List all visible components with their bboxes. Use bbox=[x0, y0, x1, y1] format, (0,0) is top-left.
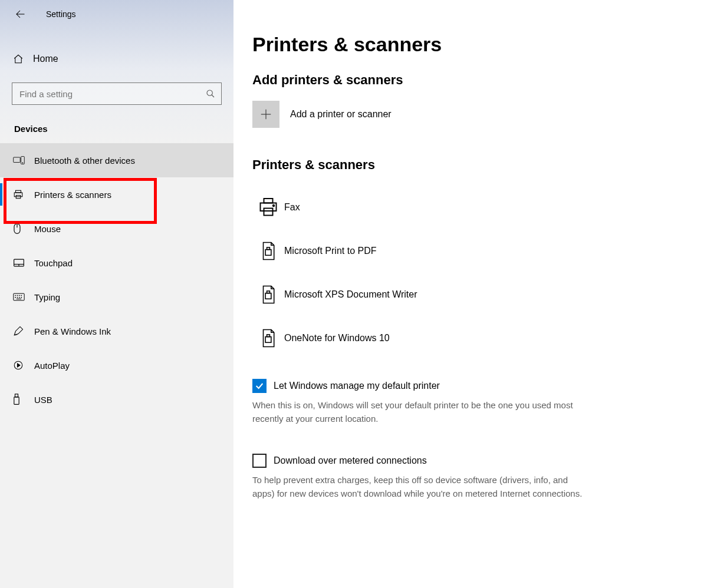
svg-rect-32 bbox=[267, 247, 270, 250]
sidebar-item-pen[interactable]: Pen & Windows Ink bbox=[0, 314, 233, 348]
home-icon bbox=[13, 54, 24, 64]
printer-name: Microsoft Print to PDF bbox=[284, 246, 376, 256]
option-default-printer: Let Windows manage my default printer Wh… bbox=[252, 379, 583, 425]
svg-rect-28 bbox=[261, 203, 277, 212]
printer-list: Fax Microsoft Print to PDF Microsoft XPS… bbox=[252, 186, 717, 360]
svg-point-14 bbox=[17, 295, 18, 296]
svg-rect-33 bbox=[265, 293, 271, 299]
svg-point-19 bbox=[19, 297, 19, 298]
home-label: Home bbox=[33, 54, 58, 64]
checkbox-metered[interactable]: Download over metered connections bbox=[252, 454, 583, 468]
sidebar-item-label: Typing bbox=[34, 292, 60, 302]
svg-rect-24 bbox=[14, 397, 19, 405]
svg-point-17 bbox=[15, 297, 16, 298]
checkbox-label: Let Windows manage my default printer bbox=[274, 381, 440, 391]
main-content: Printers & scanners Add printers & scann… bbox=[233, 0, 717, 588]
sidebar-nav: Bluetooth & other devices Printers & sca… bbox=[0, 143, 233, 417]
pen-icon bbox=[13, 326, 24, 336]
sidebar-item-label: Pen & Windows Ink bbox=[34, 326, 111, 336]
back-button[interactable] bbox=[11, 5, 29, 24]
svg-rect-31 bbox=[265, 250, 271, 256]
svg-rect-34 bbox=[267, 291, 270, 293]
sidebar-item-label: Touchpad bbox=[34, 258, 73, 268]
sidebar-item-autoplay[interactable]: AutoPlay bbox=[0, 348, 233, 382]
checkbox-label: Download over metered connections bbox=[274, 455, 427, 466]
printer-item-pdf[interactable]: Microsoft Print to PDF bbox=[252, 229, 717, 273]
devices-icon bbox=[13, 156, 25, 165]
svg-rect-27 bbox=[264, 199, 273, 203]
option-description: When this is on, Windows will set your d… bbox=[252, 399, 583, 425]
svg-point-13 bbox=[15, 295, 16, 296]
sidebar-item-label: AutoPlay bbox=[34, 361, 70, 371]
svg-rect-5 bbox=[14, 193, 22, 197]
sidebar-item-typing[interactable]: Typing bbox=[0, 280, 233, 314]
option-metered: Download over metered connections To hel… bbox=[252, 454, 583, 500]
touchpad-icon bbox=[13, 258, 25, 267]
search-box[interactable] bbox=[12, 82, 222, 105]
document-printer-icon bbox=[259, 285, 277, 305]
printer-icon bbox=[13, 189, 24, 200]
printer-name: OneNote for Windows 10 bbox=[284, 333, 390, 343]
svg-rect-36 bbox=[267, 335, 270, 337]
mouse-icon bbox=[13, 223, 21, 234]
svg-point-16 bbox=[21, 295, 22, 296]
section-list-heading: Printers & scanners bbox=[252, 157, 717, 173]
document-printer-icon bbox=[259, 328, 277, 348]
printer-name: Fax bbox=[284, 202, 300, 213]
sidebar-item-mouse[interactable]: Mouse bbox=[0, 212, 233, 246]
sidebar: Settings Home Devices Bluetooth & other … bbox=[0, 0, 233, 588]
add-printer-button[interactable]: Add a printer or scanner bbox=[252, 101, 717, 128]
svg-rect-1 bbox=[14, 157, 20, 163]
svg-rect-4 bbox=[16, 190, 21, 193]
search-icon bbox=[206, 89, 215, 98]
sidebar-item-touchpad[interactable]: Touchpad bbox=[0, 246, 233, 280]
category-label: Devices bbox=[14, 124, 233, 134]
document-printer-icon bbox=[259, 241, 277, 261]
svg-point-3 bbox=[22, 163, 23, 163]
svg-rect-12 bbox=[14, 293, 24, 300]
checkbox-default-printer[interactable]: Let Windows manage my default printer bbox=[252, 379, 583, 393]
printer-device-icon bbox=[258, 197, 279, 218]
svg-rect-23 bbox=[15, 394, 18, 397]
usb-icon bbox=[13, 394, 20, 405]
svg-point-0 bbox=[207, 90, 212, 95]
page-title: Printers & scanners bbox=[252, 33, 717, 56]
check-icon bbox=[255, 381, 264, 391]
svg-rect-35 bbox=[265, 337, 271, 343]
sidebar-item-home[interactable]: Home bbox=[0, 46, 233, 72]
option-description: To help prevent extra charges, keep this… bbox=[252, 474, 583, 500]
printer-item-onenote[interactable]: OneNote for Windows 10 bbox=[252, 316, 717, 360]
back-arrow-icon bbox=[15, 9, 25, 19]
sidebar-item-label: Mouse bbox=[34, 224, 61, 234]
search-input[interactable] bbox=[18, 88, 206, 100]
section-add-heading: Add printers & scanners bbox=[252, 72, 717, 88]
svg-point-15 bbox=[19, 295, 19, 296]
sidebar-item-label: Bluetooth & other devices bbox=[34, 156, 135, 166]
sidebar-item-usb[interactable]: USB bbox=[0, 382, 233, 417]
sidebar-item-printers[interactable]: Printers & scanners bbox=[0, 177, 233, 212]
printer-item-fax[interactable]: Fax bbox=[252, 186, 717, 229]
svg-point-20 bbox=[21, 297, 22, 298]
svg-point-30 bbox=[273, 205, 274, 206]
sidebar-item-label: Printers & scanners bbox=[34, 190, 111, 200]
plus-button[interactable] bbox=[252, 101, 279, 128]
checkbox[interactable] bbox=[252, 379, 267, 393]
svg-rect-29 bbox=[264, 209, 273, 216]
checkbox[interactable] bbox=[252, 454, 267, 468]
printer-item-xps[interactable]: Microsoft XPS Document Writer bbox=[252, 273, 717, 316]
printer-name: Microsoft XPS Document Writer bbox=[284, 289, 417, 300]
titlebar: Settings bbox=[0, 0, 233, 28]
app-title: Settings bbox=[46, 9, 76, 19]
svg-point-18 bbox=[17, 297, 18, 298]
keyboard-icon bbox=[13, 293, 25, 301]
add-printer-label: Add a printer or scanner bbox=[290, 109, 392, 120]
sidebar-item-bluetooth[interactable]: Bluetooth & other devices bbox=[0, 143, 233, 177]
sidebar-item-label: USB bbox=[34, 395, 52, 405]
plus-icon bbox=[259, 108, 272, 121]
autoplay-icon bbox=[13, 360, 24, 371]
